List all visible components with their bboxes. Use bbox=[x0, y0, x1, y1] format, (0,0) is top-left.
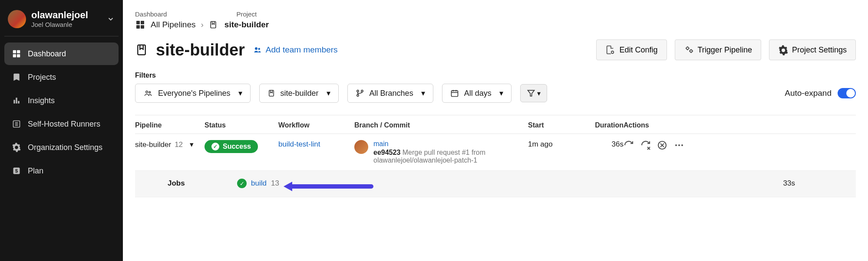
check-icon: ✓ bbox=[211, 143, 219, 150]
nav: Dashboard Projects Insights Self-Hosted … bbox=[4, 42, 119, 182]
rerun-icon[interactable] bbox=[624, 140, 634, 151]
status-badge: ✓ Success bbox=[205, 140, 258, 153]
page-title: site-builder bbox=[156, 41, 245, 59]
status-cell: ✓ Success bbox=[205, 140, 278, 153]
caret-down-icon: ▾ bbox=[499, 88, 503, 98]
table-header: Pipeline Status Workflow Branch / Commit… bbox=[135, 115, 856, 134]
svg-rect-4 bbox=[13, 100, 15, 103]
pipeline-number: 12 bbox=[175, 140, 183, 149]
crumb-label-dashboard: Dashboard bbox=[135, 10, 167, 18]
svg-rect-18 bbox=[138, 45, 145, 55]
bookmark-icon bbox=[209, 20, 219, 30]
commit-hash[interactable]: ee94523 bbox=[373, 149, 400, 156]
job-cell[interactable]: ✓ build 13 bbox=[237, 179, 372, 188]
caret-down-icon: ▾ bbox=[238, 88, 242, 98]
duration-cell: 36s bbox=[580, 140, 624, 149]
sidebar-item-plan[interactable]: $ Plan bbox=[4, 160, 119, 182]
svg-point-24 bbox=[146, 91, 148, 93]
filters-label: Filters bbox=[135, 72, 856, 79]
svg-point-29 bbox=[361, 90, 363, 92]
main: Dashboard Project All Pipelines › site-b… bbox=[123, 0, 868, 261]
chevron-right-icon: › bbox=[201, 20, 204, 29]
sidebar-item-label: Plan bbox=[28, 166, 43, 176]
gears-icon bbox=[684, 45, 693, 55]
sidebar: olawanlejoel Joel Olawanle Dashboard Pro… bbox=[0, 0, 123, 261]
calendar-icon bbox=[450, 89, 459, 98]
caret-down-icon: ▾ bbox=[327, 88, 330, 98]
breadcrumb-labels: Dashboard Project bbox=[135, 10, 856, 18]
filter-project[interactable]: site-builder ▾ bbox=[259, 84, 339, 103]
project-settings-button[interactable]: Project Settings bbox=[769, 39, 856, 60]
caret-down-icon: ▾ bbox=[537, 89, 541, 98]
jobs-row: Jobs ✓ build 13 33s bbox=[135, 171, 856, 197]
svg-point-21 bbox=[611, 51, 614, 54]
crumb-all-pipelines[interactable]: All Pipelines bbox=[151, 20, 196, 29]
start-cell: 1m ago bbox=[528, 140, 580, 149]
col-workflow: Workflow bbox=[278, 121, 354, 129]
filter-branch[interactable]: All Branches ▾ bbox=[347, 84, 433, 103]
commit-avatar bbox=[354, 140, 368, 154]
svg-point-27 bbox=[356, 90, 358, 92]
filters-row: Everyone's Pipelines ▾ site-builder ▾ Al… bbox=[135, 84, 856, 103]
cancel-icon[interactable] bbox=[657, 140, 668, 151]
svg-point-23 bbox=[690, 50, 692, 52]
svg-rect-6 bbox=[18, 101, 19, 104]
add-members-link[interactable]: Add team members bbox=[253, 45, 338, 55]
sidebar-item-org-settings[interactable]: Organization Settings bbox=[4, 136, 119, 159]
filter-label: All Branches bbox=[370, 89, 413, 98]
org-switcher[interactable]: olawanlejoel Joel Olawanle bbox=[4, 8, 119, 36]
jobs-label: Jobs bbox=[168, 179, 237, 188]
svg-text:$: $ bbox=[15, 168, 18, 173]
svg-point-25 bbox=[149, 91, 151, 93]
branch-link[interactable]: main bbox=[373, 140, 528, 148]
col-start: Start bbox=[528, 121, 580, 129]
svg-rect-14 bbox=[141, 21, 144, 24]
breadcrumb: All Pipelines › site-builder bbox=[135, 20, 856, 30]
add-members-label: Add team members bbox=[266, 45, 338, 55]
pipeline-cell[interactable]: site-builder 12 ▾ bbox=[135, 140, 205, 149]
pipeline-name: site-builder bbox=[135, 140, 171, 149]
col-pipeline: Pipeline bbox=[135, 121, 205, 129]
sidebar-item-label: Self-Hosted Runners bbox=[28, 120, 100, 129]
branch-icon bbox=[356, 89, 364, 98]
filter-days[interactable]: All days ▾ bbox=[442, 84, 512, 103]
workflow-cell[interactable]: build-test-lint bbox=[278, 140, 354, 149]
check-icon: ✓ bbox=[237, 179, 247, 188]
people-icon bbox=[143, 89, 153, 97]
job-name-link[interactable]: build bbox=[251, 179, 267, 188]
sidebar-item-insights[interactable]: Insights bbox=[4, 89, 119, 112]
org-text: olawanlejoel Joel Olawanle bbox=[31, 10, 101, 28]
sidebar-item-projects[interactable]: Projects bbox=[4, 66, 119, 88]
job-duration: 33s bbox=[752, 179, 795, 188]
branch-cell: main ee94523 Merge pull request #1 from … bbox=[354, 140, 528, 164]
crumb-label-project: Project bbox=[236, 10, 257, 18]
more-icon[interactable] bbox=[674, 140, 685, 151]
filter-whose[interactable]: Everyone's Pipelines ▾ bbox=[135, 84, 251, 103]
sidebar-item-runners[interactable]: Self-Hosted Runners bbox=[4, 113, 119, 135]
col-actions: Actions bbox=[624, 121, 684, 129]
svg-point-22 bbox=[686, 47, 689, 50]
col-status: Status bbox=[205, 121, 278, 129]
edit-config-button[interactable]: Edit Config bbox=[596, 39, 667, 60]
rerun-failed-icon[interactable] bbox=[640, 140, 651, 151]
workflow-link[interactable]: build-test-lint bbox=[278, 140, 320, 148]
filter-more-button[interactable]: ▾ bbox=[520, 84, 547, 102]
filter-icon bbox=[527, 89, 535, 98]
filter-label: Everyone's Pipelines bbox=[158, 89, 231, 98]
status-label: Success bbox=[223, 143, 251, 150]
filter-label: All days bbox=[464, 89, 492, 98]
bookmark-icon bbox=[135, 42, 148, 57]
filter-label: site-builder bbox=[281, 89, 319, 98]
chevron-down-icon bbox=[106, 15, 115, 23]
sidebar-item-dashboard[interactable]: Dashboard bbox=[4, 42, 119, 65]
server-icon bbox=[11, 119, 22, 129]
auto-expand-toggle[interactable] bbox=[838, 88, 856, 98]
pipeline-row: site-builder 12 ▾ ✓ Success build-test-l… bbox=[135, 134, 856, 171]
trigger-pipeline-button[interactable]: Trigger Pipeline bbox=[675, 39, 761, 60]
org-name: Joel Olawanle bbox=[31, 21, 101, 28]
crumb-project[interactable]: site-builder bbox=[224, 20, 269, 29]
dashboard-icon bbox=[11, 49, 22, 59]
svg-rect-5 bbox=[16, 98, 17, 103]
svg-rect-1 bbox=[17, 50, 20, 53]
col-duration: Duration bbox=[580, 121, 624, 129]
